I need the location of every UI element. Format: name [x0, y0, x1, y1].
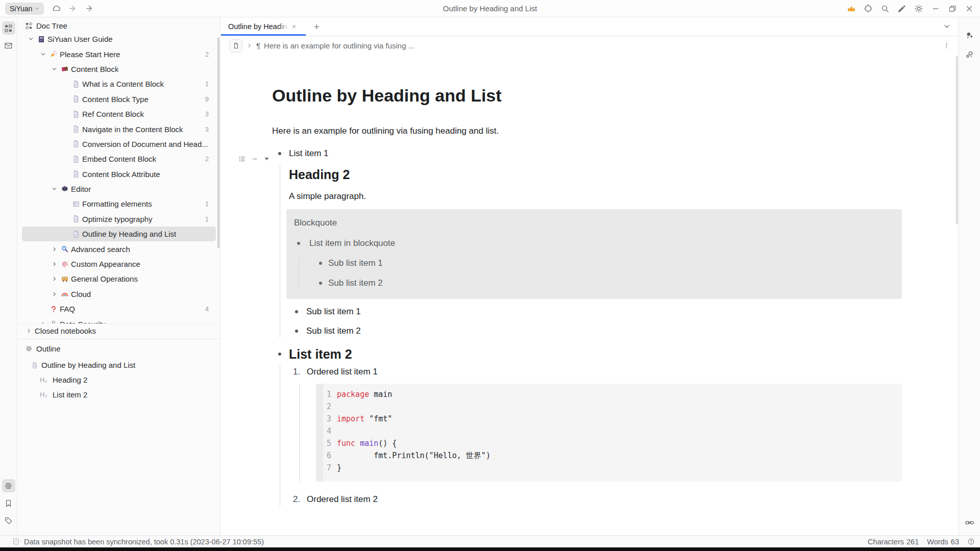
chevron-right-icon[interactable]	[52, 291, 61, 297]
list-item-2: List item 2	[272, 345, 902, 363]
doc-tree-dock-button[interactable]	[2, 21, 15, 35]
membership-crown-icon[interactable]	[847, 4, 856, 13]
bullet-icon	[319, 282, 322, 285]
tab-list-chevron-button[interactable]	[943, 17, 959, 36]
doc-tree-item[interactable]: Embed Content Block2	[22, 152, 216, 166]
doc-tree-item[interactable]: Formatting elements1	[22, 196, 216, 211]
bookmark-dock-button[interactable]	[2, 496, 15, 510]
chevron-right-icon[interactable]	[52, 261, 61, 267]
line-number: 5	[316, 439, 331, 451]
edit-pencil-icon[interactable]	[897, 4, 906, 13]
search-icon[interactable]	[880, 4, 890, 13]
backlinks-icon	[965, 31, 974, 40]
doc-tree-title: Doc Tree	[36, 21, 67, 30]
code-block[interactable]: 1package main23import "fmt"45func main()…	[316, 384, 902, 482]
document-icon	[31, 362, 41, 369]
tag-dock-button[interactable]	[2, 514, 15, 527]
inbox-dock-button[interactable]	[2, 39, 15, 52]
chevron-down-icon[interactable]	[40, 52, 50, 57]
closed-notebooks-label: Closed notebooks	[35, 327, 96, 335]
doc-tree-item-label: Cloud	[71, 290, 91, 298]
doc-tree-item[interactable]: Content Block	[22, 62, 216, 77]
doc-tree-item[interactable]: Advanced search	[22, 241, 216, 256]
doc-tree-item[interactable]: Navigate in the Content Block3	[22, 121, 216, 136]
doc-tree-item[interactable]: Content Block Attribute	[22, 167, 216, 182]
plugin-icon[interactable]	[864, 4, 873, 13]
doc-tree-item[interactable]: Ref Content Block3	[22, 107, 216, 121]
cloud-sync-icon[interactable]	[52, 4, 61, 13]
tab-outline-by-heading-and-list[interactable]: Outline by Heading and List	[221, 17, 306, 36]
chevron-down-icon[interactable]	[52, 66, 61, 72]
graph-icon	[965, 50, 974, 60]
doc-tree-item[interactable]: General Operations	[22, 271, 216, 286]
forward-icon[interactable]	[86, 4, 94, 13]
back-icon[interactable]	[69, 4, 78, 13]
doc-tree-item-label: Content Block Type	[82, 95, 149, 104]
sub-list-item-1: Sub list item 1	[289, 305, 902, 318]
doc-tree-item[interactable]: What is a Content Block1	[22, 77, 216, 91]
restore-window-icon[interactable]	[948, 4, 957, 13]
doc-tree-item[interactable]: Please Start Here2	[22, 46, 216, 61]
doc-tree-item[interactable]: Content Block Type9	[22, 92, 216, 107]
breadcrumb-document-button[interactable]	[229, 39, 242, 53]
backlinks-dock-button[interactable]	[963, 29, 976, 42]
chevron-down-icon[interactable]	[52, 186, 61, 192]
editor-scrollbar[interactable]	[956, 56, 958, 224]
minimize-icon[interactable]	[931, 4, 940, 13]
collapse-triangle-icon[interactable]	[263, 155, 271, 163]
doc-tree-item-label: Conversion of Document and Head...	[82, 140, 208, 148]
tab-label: Outline by Heading and List	[228, 22, 288, 31]
doc-tree-item[interactable]: FAQ4	[22, 302, 216, 316]
chevron-right-icon[interactable]	[52, 276, 61, 282]
editor[interactable]: Outline by Heading and List Here is an e…	[221, 55, 959, 535]
more-menu-icon[interactable]	[943, 42, 950, 49]
characters-value: 261	[906, 538, 919, 546]
doc-icon	[72, 140, 82, 148]
app-menu-button[interactable]: SiYuan	[5, 3, 44, 15]
new-tab-button[interactable]	[306, 17, 327, 36]
outline-icon	[4, 482, 13, 490]
doc-tree-item[interactable]: Conversion of Document and Head...	[22, 137, 216, 152]
close-icon[interactable]	[965, 4, 974, 13]
tab-close-icon[interactable]	[291, 24, 297, 29]
line-number: 1	[316, 390, 331, 402]
blockquote-sub-item-2-text: Sub list item 2	[328, 277, 383, 290]
doc-tree-item[interactable]: Custom Appearance	[22, 257, 216, 271]
theme-sun-icon[interactable]	[914, 4, 923, 13]
chevron-down-icon[interactable]	[28, 36, 37, 42]
graph-dock-button[interactable]	[963, 48, 976, 61]
status-message: Data snapshot has been synchronized, too…	[24, 538, 264, 546]
code-line: 2	[316, 402, 902, 414]
closed-notebooks-row[interactable]: Closed notebooks	[18, 323, 220, 337]
breadcrumb-segment[interactable]: ¶ Here is an example for outlining via f…	[256, 41, 414, 50]
bullet-icon	[297, 242, 300, 245]
code-block-lines: 1package main23import "fmt"45func main()…	[316, 390, 902, 475]
h2-badge: H₂	[40, 391, 53, 398]
ordered-list-item-1-text: Ordered list item 1	[307, 365, 378, 379]
outline-item[interactable]: Outline by Heading and List	[18, 358, 220, 372]
doc-tree-item-label: Embed Content Block	[82, 155, 156, 163]
help-icon[interactable]	[967, 538, 975, 545]
link-dock-button[interactable]	[963, 516, 976, 529]
drag-handle-icon[interactable]	[251, 155, 258, 163]
breadcrumb: ¶ Here is an example for outlining via f…	[221, 36, 959, 55]
doc-tree-item[interactable]: Data Security	[22, 316, 216, 323]
outline-item-label: Heading 2	[53, 375, 87, 384]
words-count: Words 63	[927, 538, 959, 546]
doc-tree-scroll[interactable]: SiYuan User GuidePlease Start Here2Conte…	[18, 34, 220, 323]
bullet-icon	[295, 330, 298, 333]
doc-tree-scrollbar[interactable]	[217, 37, 219, 248]
doc-tree-item[interactable]: Editor	[22, 182, 216, 196]
outline-item[interactable]: H₂List item 2	[18, 387, 220, 402]
doc-tree-item[interactable]: Optimize typography1	[22, 212, 216, 227]
doc-tree-item[interactable]: Outline by Heading and List	[22, 227, 216, 241]
tag-icon	[4, 516, 13, 525]
chevron-right-icon[interactable]	[52, 246, 61, 252]
doc-tree-item-label: What is a Content Block	[82, 80, 164, 88]
outline-dock-button[interactable]	[2, 479, 15, 492]
list-gutter-icon[interactable]	[238, 155, 246, 163]
editor-pen-icon	[61, 185, 71, 193]
doc-tree-item[interactable]: SiYuan User Guide	[22, 34, 216, 46]
doc-tree-item[interactable]: Cloud	[22, 287, 216, 302]
outline-item[interactable]: H₂Heading 2	[18, 372, 220, 387]
